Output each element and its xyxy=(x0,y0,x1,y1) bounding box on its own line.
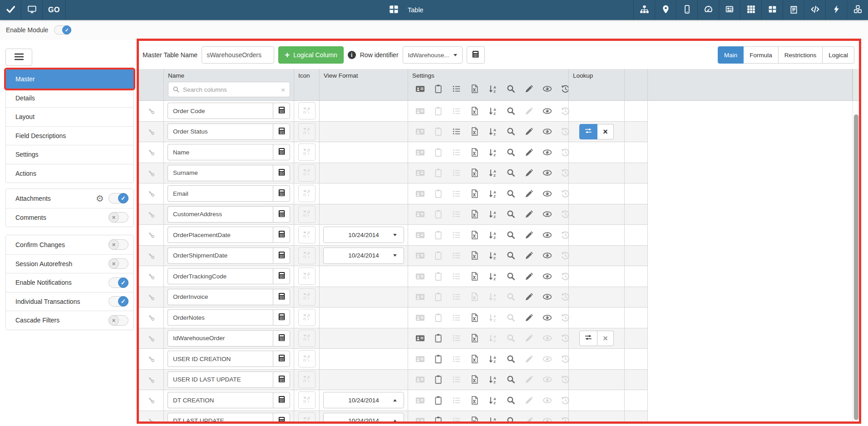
column-name-input[interactable] xyxy=(168,144,273,160)
search-icon[interactable] xyxy=(505,83,516,94)
view-format-select[interactable]: 10/24/2014 xyxy=(323,227,404,243)
search-icon[interactable] xyxy=(505,374,516,385)
excel-file-icon[interactable] xyxy=(469,209,480,220)
list-icon[interactable] xyxy=(451,105,462,116)
calculator-button[interactable] xyxy=(273,124,290,140)
dashboard-button[interactable] xyxy=(697,0,719,20)
search-icon[interactable] xyxy=(505,229,516,240)
search-icon[interactable] xyxy=(505,271,516,282)
clipboard-icon[interactable] xyxy=(433,312,444,323)
eye-icon[interactable] xyxy=(542,147,552,158)
sort-alpha-icon[interactable]: AZ xyxy=(487,292,498,302)
sidebar-item-field-descriptions[interactable]: Field Descriptions xyxy=(6,126,133,145)
icon-picker-button[interactable] xyxy=(298,144,316,161)
sort-alpha-icon[interactable]: AZ xyxy=(487,312,498,323)
pencil-icon[interactable] xyxy=(523,292,534,302)
id-card-icon[interactable] xyxy=(414,168,425,178)
pencil-icon[interactable] xyxy=(523,333,534,344)
excel-file-icon[interactable] xyxy=(469,250,480,261)
search-icon[interactable] xyxy=(505,126,516,137)
sort-alpha-icon[interactable]: AZ xyxy=(487,374,498,385)
column-name-input[interactable] xyxy=(168,413,273,421)
list-icon[interactable] xyxy=(451,147,462,158)
id-card-icon[interactable] xyxy=(414,250,425,261)
sidebar-item-actions[interactable]: Actions xyxy=(6,164,133,183)
sidebar-item-settings[interactable]: Settings xyxy=(6,145,133,164)
list-icon[interactable] xyxy=(451,395,462,406)
list-icon[interactable] xyxy=(451,168,462,178)
list-icon[interactable] xyxy=(451,271,462,282)
eye-icon[interactable] xyxy=(542,105,552,116)
search-icon[interactable] xyxy=(505,416,516,421)
eye-icon[interactable] xyxy=(542,126,552,137)
column-name-input[interactable] xyxy=(168,330,273,347)
enable-module-toggle[interactable]: ✓ xyxy=(54,25,71,35)
sort-alpha-icon[interactable]: AZ xyxy=(487,250,498,261)
calculator-button[interactable] xyxy=(273,268,290,284)
list-icon[interactable] xyxy=(451,83,462,94)
icon-picker-button[interactable] xyxy=(298,247,316,264)
list-icon[interactable] xyxy=(451,126,462,137)
eye-icon[interactable] xyxy=(542,353,552,364)
column-name-input[interactable] xyxy=(168,372,273,388)
mobile-button[interactable] xyxy=(676,0,697,20)
icon-picker-button[interactable] xyxy=(298,288,316,306)
column-name-input[interactable] xyxy=(168,309,273,326)
clipboard-icon[interactable] xyxy=(433,271,444,282)
column-name-input[interactable] xyxy=(168,185,273,202)
excel-file-icon[interactable] xyxy=(469,333,480,344)
confirm-button[interactable] xyxy=(0,0,21,20)
eye-icon[interactable] xyxy=(542,83,552,94)
sort-alpha-icon[interactable]: AZ xyxy=(487,353,498,364)
calculator-button[interactable] xyxy=(273,289,290,305)
column-name-input[interactable] xyxy=(168,227,273,243)
excel-file-icon[interactable] xyxy=(469,292,480,302)
id-card-icon[interactable] xyxy=(414,353,425,364)
search-icon[interactable] xyxy=(505,147,516,158)
attachments-toggle[interactable]: ✓ xyxy=(108,193,128,203)
column-name-input[interactable] xyxy=(168,103,273,119)
icon-picker-button[interactable] xyxy=(298,350,316,367)
icon-picker-button[interactable] xyxy=(298,330,316,347)
clipboard-icon[interactable] xyxy=(433,168,444,178)
clipboard-icon[interactable] xyxy=(433,416,444,421)
id-card-icon[interactable] xyxy=(414,374,425,385)
modules-button[interactable] xyxy=(847,0,868,20)
code-button[interactable] xyxy=(804,0,825,20)
tab-restrictions[interactable]: Restrictions xyxy=(779,46,823,64)
preview-button[interactable] xyxy=(21,0,43,20)
excel-file-icon[interactable] xyxy=(469,374,480,385)
id-card-icon[interactable] xyxy=(414,147,425,158)
icon-picker-button[interactable] xyxy=(298,391,316,409)
sort-alpha-icon[interactable]: AZ xyxy=(487,168,498,178)
search-icon[interactable] xyxy=(505,395,516,406)
sidebar-item-details[interactable]: Details xyxy=(6,89,133,108)
icon-picker-button[interactable] xyxy=(298,226,316,243)
pencil-icon[interactable] xyxy=(523,209,534,220)
clipboard-icon[interactable] xyxy=(433,250,444,261)
clipboard-icon[interactable] xyxy=(433,374,444,385)
menu-button[interactable] xyxy=(5,49,32,66)
clipboard-icon[interactable] xyxy=(433,105,444,116)
id-card-icon[interactable] xyxy=(414,229,425,240)
list-icon[interactable] xyxy=(451,333,462,344)
sort-alpha-icon[interactable]: AZ xyxy=(487,188,498,199)
search-icon[interactable] xyxy=(505,105,516,116)
sidebar-item-master[interactable]: Master xyxy=(6,69,133,89)
scrollbar-thumb[interactable] xyxy=(854,114,858,420)
excel-file-icon[interactable] xyxy=(469,395,480,406)
gear-icon[interactable]: ⚙ xyxy=(96,194,104,203)
calculator-button[interactable] xyxy=(273,144,290,160)
lookup-swap-button[interactable] xyxy=(579,331,597,346)
pencil-icon[interactable] xyxy=(523,126,534,137)
icon-picker-button[interactable] xyxy=(298,309,316,326)
sort-alpha-icon[interactable]: AZ xyxy=(487,83,498,94)
id-card-icon[interactable] xyxy=(414,126,425,137)
search-columns-input[interactable] xyxy=(183,86,277,93)
eye-icon[interactable] xyxy=(542,312,552,323)
list-icon[interactable] xyxy=(451,353,462,364)
search-icon[interactable] xyxy=(505,168,516,178)
clipboard-icon[interactable] xyxy=(433,126,444,137)
eye-icon[interactable] xyxy=(542,271,552,282)
lookup-remove-button[interactable]: × xyxy=(597,331,614,346)
